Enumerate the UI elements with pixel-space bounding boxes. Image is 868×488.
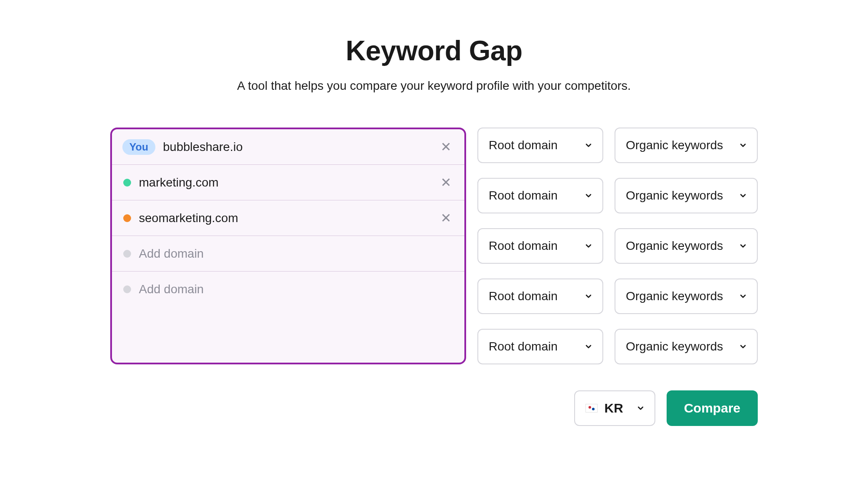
domain-input[interactable] — [139, 176, 437, 190]
keyword-type-label: Organic keywords — [626, 340, 723, 354]
keyword-type-label: Organic keywords — [626, 189, 723, 203]
chevron-down-icon — [584, 242, 593, 250]
keyword-type-label: Organic keywords — [626, 289, 723, 303]
chevron-down-icon — [584, 342, 593, 351]
domain-row — [112, 272, 464, 307]
keyword-gap-form: You✕✕✕ Root domainRoot domainRoot domain… — [110, 128, 758, 426]
competitor-dot-icon — [123, 250, 131, 258]
scope-select-column: Root domainRoot domainRoot domainRoot do… — [477, 128, 603, 364]
clear-icon[interactable]: ✕ — [437, 139, 455, 155]
keyword-type-select[interactable]: Organic keywords — [615, 128, 758, 163]
scope-label: Root domain — [489, 239, 558, 253]
chevron-down-icon — [584, 292, 593, 301]
scope-label: Root domain — [489, 289, 558, 303]
country-code-label: KR — [605, 401, 623, 416]
scope-label: Root domain — [489, 189, 558, 203]
keyword-type-label: Organic keywords — [626, 239, 723, 253]
scope-label: Root domain — [489, 340, 558, 354]
keyword-type-label: Organic keywords — [626, 138, 723, 152]
comparison-rows: You✕✕✕ Root domainRoot domainRoot domain… — [110, 128, 758, 364]
chevron-down-icon — [739, 141, 747, 150]
domain-row: ✕ — [112, 165, 464, 200]
keyword-type-select[interactable]: Organic keywords — [615, 178, 758, 213]
compare-button[interactable]: Compare — [667, 390, 758, 426]
chevron-down-icon — [584, 191, 593, 200]
domain-input[interactable] — [139, 211, 437, 225]
chevron-down-icon — [584, 141, 593, 150]
clear-icon[interactable]: ✕ — [437, 210, 455, 226]
domain-row — [112, 236, 464, 272]
you-badge: You — [122, 139, 155, 155]
action-bar: KR Compare — [574, 390, 758, 426]
keyword-type-select[interactable]: Organic keywords — [615, 278, 758, 314]
chevron-down-icon — [636, 404, 645, 413]
clear-icon[interactable]: ✕ — [437, 174, 455, 191]
domain-input[interactable] — [163, 140, 437, 154]
domain-input-group: You✕✕✕ — [110, 128, 466, 364]
country-select[interactable]: KR — [574, 390, 655, 426]
domain-input[interactable] — [139, 282, 455, 296]
competitor-dot-icon — [123, 214, 131, 222]
scope-select[interactable]: Root domain — [477, 128, 603, 163]
competitor-dot-icon — [123, 285, 131, 293]
scope-label: Root domain — [489, 138, 558, 152]
chevron-down-icon — [739, 292, 747, 301]
domain-row: You✕ — [112, 129, 464, 165]
domain-row: ✕ — [112, 200, 464, 236]
page-subtitle: A tool that helps you compare your keywo… — [237, 79, 631, 93]
keyword-type-select[interactable]: Organic keywords — [615, 329, 758, 364]
scope-select[interactable]: Root domain — [477, 228, 603, 264]
flag-kr-icon — [585, 404, 598, 413]
page-title: Keyword Gap — [345, 35, 522, 67]
keyword-type-column: Organic keywordsOrganic keywordsOrganic … — [615, 128, 758, 364]
domain-input[interactable] — [139, 247, 455, 261]
scope-select[interactable]: Root domain — [477, 329, 603, 364]
keyword-type-select[interactable]: Organic keywords — [615, 228, 758, 264]
scope-select[interactable]: Root domain — [477, 278, 603, 314]
chevron-down-icon — [739, 191, 747, 200]
scope-select[interactable]: Root domain — [477, 178, 603, 213]
chevron-down-icon — [739, 342, 747, 351]
competitor-dot-icon — [123, 179, 131, 187]
chevron-down-icon — [739, 242, 747, 250]
